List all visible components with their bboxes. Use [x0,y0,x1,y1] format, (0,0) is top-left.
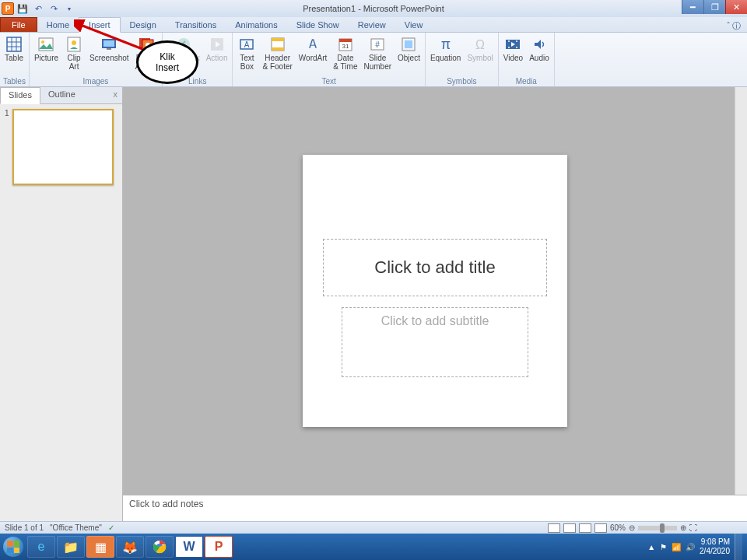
taskbar-powerpoint-icon[interactable]: P [205,536,233,558]
slide-thumbnail[interactable] [12,109,114,185]
qat-menu-icon[interactable]: ▾ [62,2,76,16]
tab-review[interactable]: Review [349,18,395,32]
tab-home[interactable]: Home [37,18,79,32]
tab-slide-show[interactable]: Slide Show [287,18,349,32]
equation-icon: π [437,35,455,54]
tab-transitions[interactable]: Transitions [166,18,226,32]
wordart-button[interactable]: AWordArt [297,34,329,63]
ribbon-group-tables: TableTables [0,33,30,86]
tray-flag-icon[interactable]: ⚑ [660,543,667,551]
app-icon: P [2,2,14,15]
vertical-scrollbar[interactable] [735,87,747,495]
redo-icon[interactable]: ↷ [47,2,61,16]
title-placeholder[interactable]: Click to add title [323,239,547,296]
close-button[interactable]: ✕ [725,0,747,14]
save-icon[interactable]: 💾 [16,2,30,16]
title-bar: P 💾 ↶ ↷ ▾ Presentation1 - Microsoft Powe… [0,0,747,17]
fit-slide-button[interactable]: ⛶ [689,523,697,532]
text-box-button[interactable]: AText Box [236,34,258,72]
tray-volume-icon[interactable]: 🔊 [686,543,695,551]
tray-network-icon[interactable]: 📶 [672,543,681,551]
audio-button[interactable]: Audio [528,34,551,63]
svg-rect-20 [272,38,284,41]
picture-icon [37,35,55,54]
start-button[interactable] [0,534,26,560]
reading-view-button[interactable] [579,523,591,533]
ribbon-button-label: Table [5,54,23,62]
ribbon-help-icon[interactable]: ˆ ⓘ [727,20,741,32]
svg-text:#: # [375,40,380,49]
taskbar-explorer-icon[interactable]: 📁 [57,536,85,558]
show-desktop-button[interactable] [735,534,742,560]
svg-rect-0 [7,37,21,51]
svg-point-35 [516,40,517,42]
date-icon: 31 [336,35,355,54]
slideshow-view-button[interactable] [594,523,607,533]
ribbon-button-label: Audio [529,54,549,62]
undo-icon[interactable]: ↶ [31,2,45,16]
annotation-bubble: Klik Insert [136,40,198,84]
symbol-button: ΩSymbol [465,34,494,63]
tab-design[interactable]: Design [121,18,166,32]
tab-slides[interactable]: Slides [0,87,40,104]
slides-panel: Slides Outline x 1 [0,87,123,521]
taskbar-clock[interactable]: 9:08 PM 2/4/2020 [700,537,730,556]
tab-view[interactable]: View [395,18,433,32]
svg-point-8 [72,40,76,45]
textbox-icon: A [237,35,256,54]
svg-rect-11 [107,48,111,50]
video-button[interactable]: Video [502,34,524,63]
taskbar-app-icon[interactable]: ▦ [86,536,114,558]
ribbon-button-label: Equation [430,54,461,62]
tab-animations[interactable]: Animations [226,18,286,32]
zoom-slider[interactable] [638,526,677,530]
slide-number-button[interactable]: #Slide Number [362,34,393,72]
ribbon-button-label: Clip Art [67,54,80,71]
picture-button[interactable]: Picture [33,34,60,63]
equation-button[interactable]: πEquation [429,34,462,63]
tab-file[interactable]: File [0,17,37,32]
slidenum-icon: # [368,35,387,54]
svg-point-36 [516,47,517,48]
ribbon-button-label: Symbol [467,54,493,62]
notes-pane[interactable]: Click to add notes [123,495,747,521]
date-time-button[interactable]: 31Date & Time [331,34,359,72]
panel-close-icon[interactable]: x [109,87,123,103]
ribbon-group-media: VideoAudioMedia [499,33,555,86]
sorter-view-button[interactable] [563,523,576,533]
ribbon-button-label: Video [503,54,523,62]
tab-outline[interactable]: Outline [40,87,83,103]
spellcheck-icon[interactable]: ✓ [108,523,114,532]
header-footer-button[interactable]: Header & Footer [261,34,293,72]
window-title: Presentation1 - Microsoft PowerPoint [303,4,444,13]
thumbnail-number: 1 [5,109,9,185]
ribbon-button-label: Object [398,54,420,62]
slide-editor: Click to add title Click to add subtitle [123,87,747,495]
clipart-icon [65,35,83,54]
audio-icon [530,35,549,54]
status-slide: Slide 1 of 1 [5,523,44,532]
subtitle-placeholder[interactable]: Click to add subtitle [342,307,528,377]
tab-insert[interactable]: Insert [79,17,121,33]
taskbar-ie-icon[interactable]: e [27,536,55,558]
normal-view-button[interactable] [548,523,560,533]
taskbar-chrome-icon[interactable] [146,536,174,558]
tray-show-hidden-icon[interactable]: ▲ [647,543,655,551]
svg-text:A: A [244,40,250,49]
zoom-out-button[interactable]: ⊖ [629,523,635,532]
minimize-button[interactable]: ━ [682,0,703,14]
slide-canvas[interactable]: Click to add title Click to add subtitle [303,155,567,427]
svg-rect-29 [405,40,412,48]
zoom-in-button[interactable]: ⊕ [680,523,686,532]
taskbar-firefox-icon[interactable]: 🦊 [116,536,144,558]
clip-art-button[interactable]: Clip Art [63,34,85,72]
maximize-button[interactable]: ❐ [703,0,725,14]
object-button[interactable]: Object [396,34,422,63]
screenshot-button[interactable]: Screenshot [88,34,131,63]
ribbon-button-label: WordArt [299,54,328,62]
ribbon-group-label: Text [236,77,421,86]
object-icon [399,35,418,54]
table-button[interactable]: Table [3,34,25,63]
svg-point-34 [508,47,510,48]
taskbar-word-icon[interactable]: W [175,536,203,558]
